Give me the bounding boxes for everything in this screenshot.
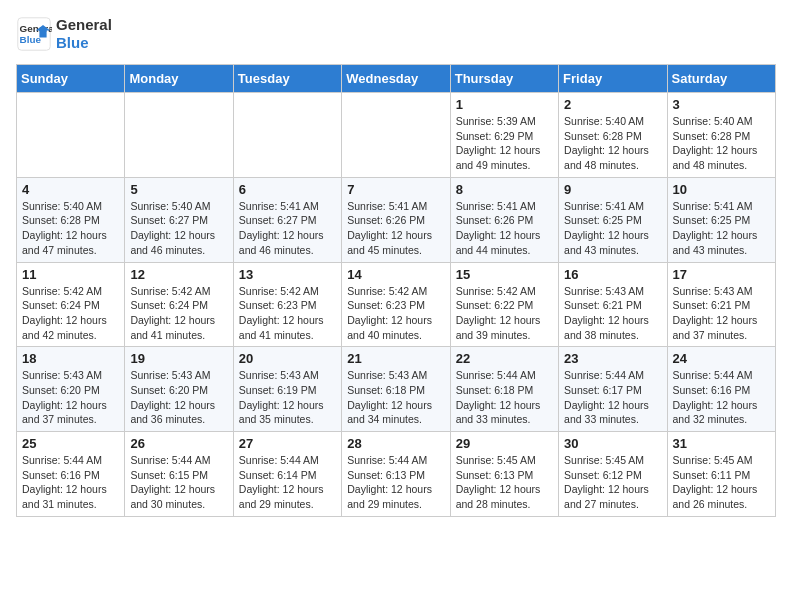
week-row-3: 11Sunrise: 5:42 AM Sunset: 6:24 PM Dayli…: [17, 262, 776, 347]
day-info: Sunrise: 5:39 AM Sunset: 6:29 PM Dayligh…: [456, 114, 553, 173]
weekday-header-sunday: Sunday: [17, 65, 125, 93]
weekday-header-wednesday: Wednesday: [342, 65, 450, 93]
day-number: 16: [564, 267, 661, 282]
week-row-5: 25Sunrise: 5:44 AM Sunset: 6:16 PM Dayli…: [17, 432, 776, 517]
week-row-2: 4Sunrise: 5:40 AM Sunset: 6:28 PM Daylig…: [17, 177, 776, 262]
calendar-cell: [17, 93, 125, 178]
day-info: Sunrise: 5:43 AM Sunset: 6:20 PM Dayligh…: [22, 368, 119, 427]
day-number: 9: [564, 182, 661, 197]
day-number: 14: [347, 267, 444, 282]
day-info: Sunrise: 5:41 AM Sunset: 6:26 PM Dayligh…: [456, 199, 553, 258]
calendar-cell: 9Sunrise: 5:41 AM Sunset: 6:25 PM Daylig…: [559, 177, 667, 262]
calendar-cell: 1Sunrise: 5:39 AM Sunset: 6:29 PM Daylig…: [450, 93, 558, 178]
day-info: Sunrise: 5:44 AM Sunset: 6:17 PM Dayligh…: [564, 368, 661, 427]
weekday-header-tuesday: Tuesday: [233, 65, 341, 93]
logo: General Blue GeneralBlue: [16, 16, 112, 52]
day-number: 17: [673, 267, 770, 282]
day-number: 29: [456, 436, 553, 451]
day-number: 22: [456, 351, 553, 366]
svg-text:Blue: Blue: [20, 34, 42, 45]
calendar-cell: 11Sunrise: 5:42 AM Sunset: 6:24 PM Dayli…: [17, 262, 125, 347]
day-info: Sunrise: 5:44 AM Sunset: 6:13 PM Dayligh…: [347, 453, 444, 512]
page-header: General Blue GeneralBlue: [16, 16, 776, 52]
calendar-header: SundayMondayTuesdayWednesdayThursdayFrid…: [17, 65, 776, 93]
calendar-cell: [125, 93, 233, 178]
day-number: 10: [673, 182, 770, 197]
day-number: 8: [456, 182, 553, 197]
day-info: Sunrise: 5:43 AM Sunset: 6:18 PM Dayligh…: [347, 368, 444, 427]
weekday-header-saturday: Saturday: [667, 65, 775, 93]
day-number: 18: [22, 351, 119, 366]
day-number: 25: [22, 436, 119, 451]
calendar-cell: 14Sunrise: 5:42 AM Sunset: 6:23 PM Dayli…: [342, 262, 450, 347]
calendar-cell: 16Sunrise: 5:43 AM Sunset: 6:21 PM Dayli…: [559, 262, 667, 347]
calendar-cell: 12Sunrise: 5:42 AM Sunset: 6:24 PM Dayli…: [125, 262, 233, 347]
logo-text: GeneralBlue: [56, 16, 112, 52]
day-number: 23: [564, 351, 661, 366]
day-number: 15: [456, 267, 553, 282]
calendar-cell: 28Sunrise: 5:44 AM Sunset: 6:13 PM Dayli…: [342, 432, 450, 517]
calendar-cell: 26Sunrise: 5:44 AM Sunset: 6:15 PM Dayli…: [125, 432, 233, 517]
day-info: Sunrise: 5:42 AM Sunset: 6:24 PM Dayligh…: [22, 284, 119, 343]
day-number: 26: [130, 436, 227, 451]
day-info: Sunrise: 5:42 AM Sunset: 6:23 PM Dayligh…: [239, 284, 336, 343]
day-info: Sunrise: 5:42 AM Sunset: 6:23 PM Dayligh…: [347, 284, 444, 343]
day-info: Sunrise: 5:42 AM Sunset: 6:22 PM Dayligh…: [456, 284, 553, 343]
day-info: Sunrise: 5:43 AM Sunset: 6:20 PM Dayligh…: [130, 368, 227, 427]
day-info: Sunrise: 5:44 AM Sunset: 6:16 PM Dayligh…: [673, 368, 770, 427]
day-info: Sunrise: 5:41 AM Sunset: 6:27 PM Dayligh…: [239, 199, 336, 258]
calendar-cell: 17Sunrise: 5:43 AM Sunset: 6:21 PM Dayli…: [667, 262, 775, 347]
day-info: Sunrise: 5:43 AM Sunset: 6:19 PM Dayligh…: [239, 368, 336, 427]
day-info: Sunrise: 5:44 AM Sunset: 6:14 PM Dayligh…: [239, 453, 336, 512]
logo-icon: General Blue: [16, 16, 52, 52]
calendar-cell: 15Sunrise: 5:42 AM Sunset: 6:22 PM Dayli…: [450, 262, 558, 347]
calendar-cell: 20Sunrise: 5:43 AM Sunset: 6:19 PM Dayli…: [233, 347, 341, 432]
calendar-cell: [233, 93, 341, 178]
day-number: 31: [673, 436, 770, 451]
day-info: Sunrise: 5:45 AM Sunset: 6:13 PM Dayligh…: [456, 453, 553, 512]
day-number: 6: [239, 182, 336, 197]
calendar-cell: 8Sunrise: 5:41 AM Sunset: 6:26 PM Daylig…: [450, 177, 558, 262]
calendar-cell: 4Sunrise: 5:40 AM Sunset: 6:28 PM Daylig…: [17, 177, 125, 262]
calendar-cell: 23Sunrise: 5:44 AM Sunset: 6:17 PM Dayli…: [559, 347, 667, 432]
calendar-cell: 21Sunrise: 5:43 AM Sunset: 6:18 PM Dayli…: [342, 347, 450, 432]
weekday-header-monday: Monday: [125, 65, 233, 93]
calendar-cell: 13Sunrise: 5:42 AM Sunset: 6:23 PM Dayli…: [233, 262, 341, 347]
day-info: Sunrise: 5:44 AM Sunset: 6:16 PM Dayligh…: [22, 453, 119, 512]
week-row-1: 1Sunrise: 5:39 AM Sunset: 6:29 PM Daylig…: [17, 93, 776, 178]
calendar-cell: 6Sunrise: 5:41 AM Sunset: 6:27 PM Daylig…: [233, 177, 341, 262]
day-info: Sunrise: 5:44 AM Sunset: 6:15 PM Dayligh…: [130, 453, 227, 512]
day-info: Sunrise: 5:40 AM Sunset: 6:28 PM Dayligh…: [564, 114, 661, 173]
day-number: 7: [347, 182, 444, 197]
day-number: 11: [22, 267, 119, 282]
calendar-cell: 3Sunrise: 5:40 AM Sunset: 6:28 PM Daylig…: [667, 93, 775, 178]
day-number: 27: [239, 436, 336, 451]
calendar-cell: 30Sunrise: 5:45 AM Sunset: 6:12 PM Dayli…: [559, 432, 667, 517]
day-number: 30: [564, 436, 661, 451]
calendar-cell: 7Sunrise: 5:41 AM Sunset: 6:26 PM Daylig…: [342, 177, 450, 262]
day-number: 24: [673, 351, 770, 366]
calendar: SundayMondayTuesdayWednesdayThursdayFrid…: [16, 64, 776, 517]
week-row-4: 18Sunrise: 5:43 AM Sunset: 6:20 PM Dayli…: [17, 347, 776, 432]
calendar-cell: 10Sunrise: 5:41 AM Sunset: 6:25 PM Dayli…: [667, 177, 775, 262]
calendar-cell: 18Sunrise: 5:43 AM Sunset: 6:20 PM Dayli…: [17, 347, 125, 432]
calendar-cell: 29Sunrise: 5:45 AM Sunset: 6:13 PM Dayli…: [450, 432, 558, 517]
calendar-cell: 24Sunrise: 5:44 AM Sunset: 6:16 PM Dayli…: [667, 347, 775, 432]
day-info: Sunrise: 5:40 AM Sunset: 6:28 PM Dayligh…: [22, 199, 119, 258]
day-info: Sunrise: 5:43 AM Sunset: 6:21 PM Dayligh…: [673, 284, 770, 343]
calendar-cell: 27Sunrise: 5:44 AM Sunset: 6:14 PM Dayli…: [233, 432, 341, 517]
day-number: 5: [130, 182, 227, 197]
calendar-cell: 22Sunrise: 5:44 AM Sunset: 6:18 PM Dayli…: [450, 347, 558, 432]
day-number: 4: [22, 182, 119, 197]
day-number: 28: [347, 436, 444, 451]
day-number: 3: [673, 97, 770, 112]
weekday-header-friday: Friday: [559, 65, 667, 93]
day-info: Sunrise: 5:41 AM Sunset: 6:25 PM Dayligh…: [564, 199, 661, 258]
calendar-cell: 2Sunrise: 5:40 AM Sunset: 6:28 PM Daylig…: [559, 93, 667, 178]
calendar-cell: [342, 93, 450, 178]
calendar-cell: 5Sunrise: 5:40 AM Sunset: 6:27 PM Daylig…: [125, 177, 233, 262]
day-info: Sunrise: 5:45 AM Sunset: 6:11 PM Dayligh…: [673, 453, 770, 512]
day-info: Sunrise: 5:40 AM Sunset: 6:28 PM Dayligh…: [673, 114, 770, 173]
day-number: 19: [130, 351, 227, 366]
day-number: 20: [239, 351, 336, 366]
